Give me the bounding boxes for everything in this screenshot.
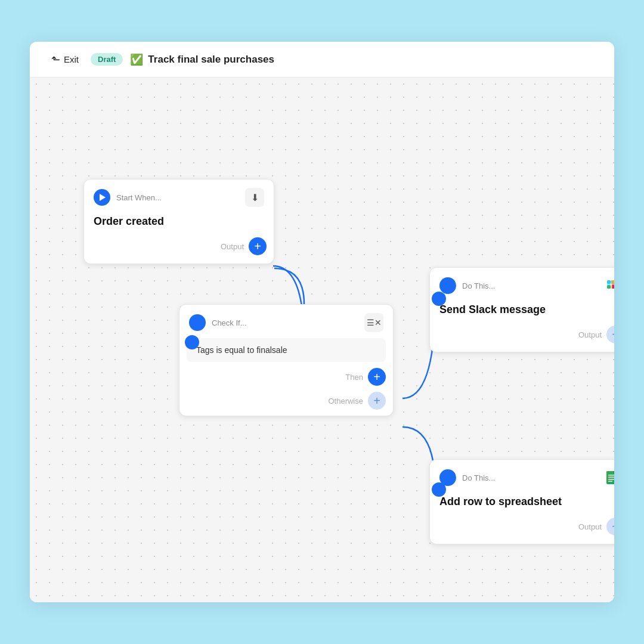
trigger-header-left: Start When...: [94, 189, 162, 206]
do-slack-output-label: Output: [578, 330, 602, 339]
do-sheets-header-left: Do This...: [439, 469, 495, 486]
do-sheets-title: Add row to spreadsheet: [439, 496, 562, 507]
sheets-icon: [603, 468, 614, 487]
svg-rect-14: [608, 481, 612, 482]
trigger-footer: Output +: [84, 237, 274, 264]
do-slack-header: Do This...: [430, 268, 614, 301]
do-slack-header-left: Do This...: [439, 277, 495, 294]
then-row: Then +: [179, 368, 393, 392]
svg-rect-11: [608, 475, 614, 476]
svg-rect-4: [607, 284, 611, 286]
do-sheets-node[interactable]: Do This... Add row to spreads: [429, 459, 614, 544]
do-slack-node[interactable]: Do This...: [429, 267, 614, 352]
check-condition: Tags is equal to finalsale: [187, 338, 386, 362]
do-slack-plus-icon: +: [612, 329, 614, 340]
svg-rect-10: [614, 471, 614, 473]
svg-rect-5: [611, 280, 612, 284]
trigger-body: Order created: [84, 213, 274, 237]
svg-rect-13: [608, 479, 614, 480]
then-btn[interactable]: +: [368, 368, 386, 386]
do-sheets-header: Do This...: [430, 460, 614, 493]
do-slack-footer: Output +: [430, 326, 614, 352]
svg-rect-12: [608, 477, 614, 478]
trigger-output-btn[interactable]: +: [249, 237, 267, 255]
do-slack-dot: [439, 277, 456, 294]
do-sheets-label: Do This...: [462, 473, 495, 482]
do-sheets-output-btn[interactable]: +: [606, 518, 614, 535]
otherwise-plus-icon: +: [373, 395, 380, 407]
svg-rect-6: [611, 285, 612, 289]
exit-icon: ⬑: [51, 53, 60, 66]
trigger-icon-btn[interactable]: ⬇: [245, 188, 264, 207]
do-slack-label: Do This...: [462, 281, 495, 290]
do-sheets-body: Add row to spreadsheet: [430, 493, 614, 518]
svg-rect-9: [606, 471, 614, 482]
play-triangle: [100, 194, 106, 201]
draft-badge[interactable]: Draft: [91, 53, 123, 66]
do-slack-output-btn[interactable]: +: [606, 326, 614, 343]
plus-icon: +: [254, 240, 261, 252]
check-icon-btn[interactable]: ☰✕: [364, 313, 383, 332]
do-sheets-plus-icon: +: [612, 521, 614, 532]
import-icon: ⬇: [251, 192, 259, 203]
workflow-canvas: Start When... ⬇ Order created Output +: [30, 78, 614, 602]
trigger-node[interactable]: Start When... ⬇ Order created Output +: [83, 179, 274, 264]
check-dot: [189, 314, 206, 331]
trigger-output-label: Output: [221, 242, 244, 251]
check-node-header: Check If... ☰✕: [179, 305, 393, 338]
do-sheets-output-label: Output: [578, 522, 602, 531]
then-connector-dot: [432, 292, 446, 306]
check-header-left: Check If...: [189, 314, 247, 331]
exit-label: Exit: [64, 54, 79, 64]
header: ⬑ Exit Draft ✅ Track final sale purchase…: [30, 42, 614, 78]
play-icon: [94, 189, 110, 206]
check-node[interactable]: Check If... ☰✕ Tags is equal to finalsal…: [179, 304, 394, 416]
otherwise-connector-dot: [432, 482, 446, 497]
then-plus-icon: +: [373, 371, 380, 383]
do-slack-body: Send Slack message: [430, 301, 614, 326]
filter-icon: ☰✕: [367, 318, 382, 327]
do-slack-title: Send Slack message: [439, 304, 546, 315]
slack-icon: [603, 276, 614, 295]
trigger-node-header: Start When... ⬇: [84, 179, 274, 213]
workflow-window: ⬑ Exit Draft ✅ Track final sale purchase…: [30, 42, 614, 602]
exit-button[interactable]: ⬑ Exit: [47, 51, 83, 69]
svg-rect-0: [607, 280, 611, 284]
title-row: ✅ Track final sale purchases: [130, 53, 274, 66]
do-sheets-footer: Output +: [430, 518, 614, 544]
check-label: Check If...: [212, 318, 247, 327]
output-connector-dot: [185, 335, 199, 349]
otherwise-label: Otherwise: [328, 397, 363, 405]
then-label: Then: [345, 373, 363, 382]
page-title: Track final sale purchases: [148, 54, 274, 66]
otherwise-btn[interactable]: +: [368, 392, 386, 410]
otherwise-row: Otherwise +: [179, 392, 393, 416]
trigger-title: Order created: [94, 215, 164, 227]
trigger-label: Start When...: [116, 193, 162, 202]
svg-rect-7: [612, 284, 614, 286]
verified-icon: ✅: [130, 53, 143, 66]
